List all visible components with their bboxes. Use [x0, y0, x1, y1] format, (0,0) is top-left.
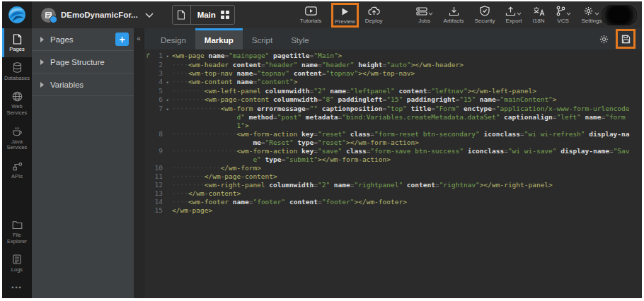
more-menu-button[interactable]: •••	[2, 278, 32, 298]
i18n-menu[interactable]: I18N	[533, 6, 545, 24]
vcs-menu[interactable]: VCS	[556, 6, 571, 24]
security-label: Security	[475, 18, 495, 24]
code-text[interactable]: ········<wm-page-content columnwidth="8"…	[172, 95, 642, 104]
fold-arrow-icon[interactable]: ▾	[163, 78, 172, 87]
code-line[interactable]: 14····<wm-footer name="footer" content="…	[144, 198, 642, 206]
sidebar-label: Databases	[4, 76, 30, 82]
jobs-menu[interactable]: Jobs	[416, 6, 433, 24]
editor-settings-button[interactable]	[599, 34, 609, 45]
fold-slot	[163, 206, 172, 207]
code-text[interactable]: ················<wm-form-action key="sav…	[172, 147, 642, 164]
settings-label: Settings	[582, 18, 602, 24]
triangle-right-icon	[40, 82, 44, 88]
code-text[interactable]: ········</wm-page-content>	[172, 172, 642, 181]
tutorials-label: Tutorials	[300, 18, 321, 24]
artifacts-menu[interactable]: Artifacts	[444, 6, 464, 24]
code-text[interactable]: </wm-page>	[172, 206, 642, 215]
code-line[interactable]: 2····<wm-header content="header" name="h…	[144, 61, 642, 69]
add-page-button[interactable]: +	[115, 33, 129, 46]
code-line[interactable]: f1▾<wm-page name="mainpage" pagetitle="M…	[144, 52, 642, 61]
chevron-down-icon	[428, 12, 433, 16]
code-line[interactable]: 10············</wm-form>	[144, 164, 642, 172]
deploy-button[interactable]: Deploy	[365, 6, 383, 24]
fold-arrow-icon[interactable]: ▾	[163, 95, 172, 105]
sidebar-label: APIs	[11, 174, 23, 180]
chevron-down-icon	[566, 12, 571, 16]
chevron-down-icon[interactable]	[145, 13, 154, 18]
code-line[interactable]: 13····</wm-content>	[144, 189, 642, 198]
tab-design[interactable]: Design	[151, 28, 195, 49]
sidebar-item-databases[interactable]: Databases	[2, 57, 32, 86]
fold-slot	[163, 164, 172, 165]
code-line[interactable]: 15</wm-page>	[144, 206, 642, 215]
tab-script[interactable]: Script	[243, 28, 282, 49]
sidebar-label: File Explorer	[4, 232, 30, 244]
sidebar-item-logs[interactable]: Logs	[2, 249, 32, 278]
save-button[interactable]	[621, 35, 631, 44]
line-number: 9	[151, 147, 163, 155]
code-line[interactable]: 12········<wm-right-panel columnwidth="2…	[144, 181, 642, 189]
preview-button[interactable]: Preview	[335, 6, 355, 25]
logs-icon	[13, 254, 21, 265]
sidebar-label: Logs	[11, 267, 23, 273]
code-line[interactable]: 6▾········<wm-page-content columnwidth="…	[144, 95, 642, 105]
line-number: 2	[151, 61, 163, 69]
code-text[interactable]: ················<wm-form-action key="res…	[172, 130, 642, 147]
page-file-icon[interactable]	[173, 6, 191, 24]
line-number: 10	[151, 164, 163, 172]
code-text[interactable]: ····</wm-content>	[172, 189, 642, 198]
code-text[interactable]: ············</wm-form>	[172, 164, 642, 172]
panel-section-page-structure[interactable]: Page Structure	[32, 51, 134, 73]
fold-arrow-icon[interactable]: ▾	[163, 105, 172, 114]
code-text[interactable]: ····<wm-content name="content">	[172, 78, 642, 86]
code-text[interactable]: ············<wm-form errormessage="" cap…	[172, 105, 642, 130]
tab-markup[interactable]: Markup	[195, 28, 243, 49]
settings-menu[interactable]: Settings	[582, 6, 602, 24]
sidebar-item-apis[interactable]: APIs	[2, 155, 32, 184]
code-editor[interactable]: f1▾<wm-page name="mainpage" pagetitle="M…	[144, 49, 642, 298]
sidebar-item-pages[interactable]: Pages	[2, 28, 32, 57]
app-logo[interactable]	[2, 1, 32, 28]
sidebar-item-file-explorer[interactable]: File Explorer	[2, 214, 32, 249]
sidebar-item-web-services[interactable]: Web Services	[2, 85, 32, 120]
code-line[interactable]: 9················<wm-form-action key="sa…	[144, 147, 642, 164]
editor-pane: Design Markup Script Style f1▾<	[144, 28, 642, 298]
security-menu[interactable]: Security	[475, 6, 495, 24]
code-line[interactable]: 8················<wm-form-action key="re…	[144, 130, 642, 147]
sidebar-item-java-services[interactable]: Java Services	[2, 121, 32, 155]
code-text[interactable]: <wm-page name="mainpage" pagetitle="Main…	[172, 52, 642, 60]
panel-section-pages[interactable]: Pages +	[32, 28, 134, 51]
preview-highlight-box: Preview	[331, 3, 358, 28]
code-text[interactable]: ········<wm-right-panel columnwidth="2" …	[172, 181, 642, 189]
code-line[interactable]: 11········</wm-page-content>	[144, 172, 642, 181]
project-selector[interactable]: DEmoDynamicFor...	[41, 8, 138, 23]
sidebar-label: Pages	[9, 47, 24, 53]
code-line[interactable]: 4▾····<wm-content name="content">	[144, 78, 642, 87]
gear-icon	[583, 6, 594, 16]
active-page-tab[interactable]: Main	[191, 11, 216, 19]
panel-section-variables[interactable]: Variables	[32, 73, 134, 96]
line-number: 12	[151, 181, 163, 189]
export-menu[interactable]: Export	[505, 6, 522, 24]
tutorials-button[interactable]: Tutorials	[300, 6, 321, 24]
page-grid-icon[interactable]	[216, 11, 234, 19]
code-text[interactable]: ····<wm-top-nav name="topnav" content="t…	[172, 69, 642, 78]
user-account-pill[interactable]	[602, 5, 637, 25]
code-line[interactable]: 3····<wm-top-nav name="topnav" content="…	[144, 69, 642, 78]
code-text[interactable]: ····<wm-header content="header" name="he…	[172, 61, 642, 69]
page-tab-group: Main	[172, 5, 235, 25]
line-number: 3	[151, 69, 163, 78]
line-number: 7	[151, 105, 163, 113]
code-line[interactable]: 7▾············<wm-form errormessage="" c…	[144, 105, 642, 130]
code-line[interactable]: 5········<wm-left-panel columnwidth="2" …	[144, 87, 642, 95]
line-number: 8	[151, 130, 163, 138]
code-text[interactable]: ····<wm-footer name="footer" content="fo…	[172, 198, 642, 206]
fold-arrow-icon[interactable]: ▾	[163, 52, 172, 61]
chevron-down-icon	[517, 12, 522, 16]
fold-slot	[163, 189, 172, 190]
tab-style[interactable]: Style	[282, 28, 318, 49]
code-text[interactable]: ········<wm-left-panel columnwidth="2" n…	[172, 87, 642, 95]
app-frame: DEmoDynamicFor... Main Tutorials	[2, 1, 642, 298]
collapse-panel-button[interactable]: «	[137, 35, 141, 42]
preview-label: Preview	[335, 19, 355, 25]
